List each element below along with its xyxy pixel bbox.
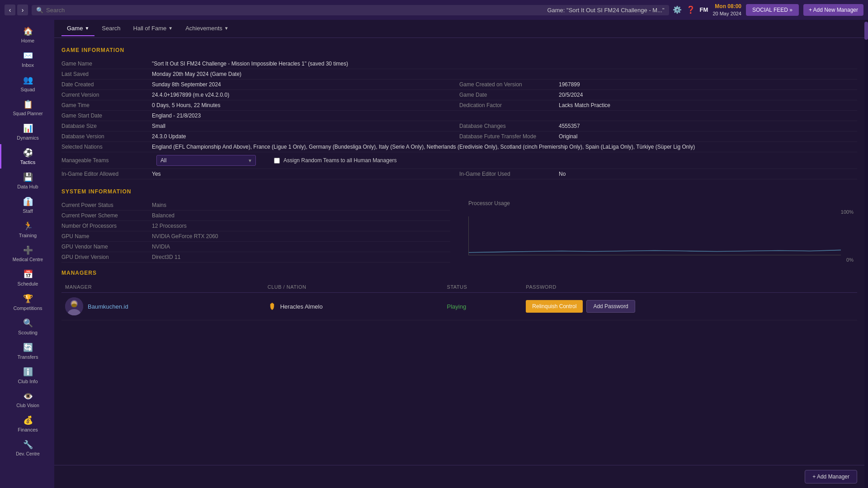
gpu-name-row: GPU Name NVIDIA GeForce RTX 2060 [61, 231, 450, 242]
sidebar-item-squad[interactable]: 👥 Squad [0, 71, 54, 96]
game-title: Game: "Sort It Out SI FM24 Challenge - M… [547, 7, 664, 14]
manageable-teams-select-wrapper: All [156, 155, 256, 166]
power-status-value: Mains [152, 202, 166, 208]
processor-chart: 100% 0% [468, 209, 857, 263]
empty-row-1 [459, 111, 857, 121]
dev-centre-icon: 🔧 [23, 440, 33, 450]
current-version-value: 24.4.0+1967899 (m.e v24.2.0.0) [152, 92, 229, 98]
competitions-icon: 🏆 [23, 294, 33, 304]
sidebar-item-training[interactable]: 🏃 Training [0, 217, 54, 242]
sidebar-item-scouting[interactable]: 🔍 Scouting [0, 314, 54, 339]
dedication-factor-label: Dedication Factor [459, 102, 559, 108]
manageable-teams-select[interactable]: All [156, 155, 256, 166]
power-scheme-label: Current Power Scheme [61, 212, 152, 219]
sidebar-item-club-vision[interactable]: 👁️ Club Vision [0, 388, 54, 412]
sidebar-label-competitions: Competitions [13, 305, 42, 311]
club-cell-inner: Heracles Almelo [268, 302, 440, 311]
sidebar-label-squad: Squad [21, 87, 35, 92]
sidebar-item-home[interactable]: 🏠 Home [0, 23, 54, 47]
game-start-date-value: England - 21/8/2023 [152, 113, 201, 119]
sidebar-item-transfers[interactable]: 🔄 Transfers [0, 339, 54, 363]
sidebar-item-squad-planner[interactable]: 📋 Squad Planner [0, 96, 54, 120]
managers-section: MANAGERS MANAGER CLUB / NATION STATUS PA… [61, 270, 857, 320]
search-box: 🔍 Game: "Sort It Out SI FM24 Challenge -… [32, 5, 669, 15]
game-created-version-value: 1967899 [559, 81, 580, 88]
tab-hall-of-fame[interactable]: Hall of Fame ▼ [128, 21, 179, 36]
relinquish-control-button[interactable]: Relinquish Control [526, 300, 583, 313]
game-created-version-label: Game Created on Version [459, 81, 559, 88]
training-icon: 🏃 [23, 221, 33, 231]
db-future-transfer-row: Database Future Transfer Mode Original [459, 131, 857, 142]
finances-icon: 💰 [23, 415, 33, 425]
tab-hall-of-fame-label: Hall of Fame [133, 25, 167, 32]
add-new-manager-button[interactable]: + Add New Manager [803, 4, 863, 16]
gpu-driver-label: GPU Driver Version [61, 254, 152, 260]
sidebar-item-medical[interactable]: ➕ Medical Centre [0, 242, 54, 266]
scroll-content[interactable]: GAME INFORMATION Game Name "Sort It Out … [54, 38, 864, 465]
num-processors-value: 12 Processors [152, 223, 187, 229]
tab-game-chevron: ▼ [85, 26, 89, 31]
tab-game-label: Game [67, 25, 83, 32]
db-size-label: Database Size [61, 123, 152, 129]
sidebar-label-dev-centre: Dev. Centre [16, 451, 40, 456]
system-info-header: SYSTEM INFORMATION [61, 188, 857, 195]
game-name-row: Game Name "Sort It Out SI FM24 Challenge… [61, 59, 857, 69]
processor-usage-section: Processor Usage 100% 0% [468, 200, 857, 263]
sidebar-item-schedule[interactable]: 📅 Schedule [0, 266, 54, 290]
sidebar-label-inbox: Inbox [22, 62, 34, 68]
svg-point-4 [71, 304, 77, 307]
chart-area [468, 216, 841, 255]
sidebar-item-dev-centre[interactable]: 🔧 Dev. Centre [0, 436, 54, 460]
sidebar-label-training: Training [19, 233, 37, 238]
selected-nations-label: Selected Nations [61, 144, 152, 150]
sidebar-label-transfers: Transfers [17, 354, 38, 360]
search-input[interactable] [46, 7, 544, 14]
sidebar-item-tactics[interactable]: ⚽ Tactics [0, 144, 54, 169]
club-name: Heracles Almelo [280, 303, 323, 310]
sidebar-label-medical: Medical Centre [13, 257, 43, 262]
sidebar-item-inbox[interactable]: ✉️ Inbox [0, 47, 54, 71]
col-status: STATUS [443, 282, 523, 293]
back-button[interactable]: ‹ [5, 5, 15, 15]
date-created-value: Sunday 8th September 2024 [152, 81, 221, 88]
sidebar-label-club-info: Club Info [18, 379, 38, 384]
forward-button[interactable]: › [17, 5, 28, 15]
main-layout: 🏠 Home ✉️ Inbox 👥 Squad 📋 Squad Planner … [0, 20, 868, 488]
tactics-icon: ⚽ [23, 148, 33, 158]
chart-top-label: 100% [841, 209, 854, 215]
social-feed-button[interactable]: SOCIAL FEED » [746, 4, 799, 16]
search-icon: 🔍 [36, 7, 43, 14]
game-created-version-row: Game Created on Version 1967899 [459, 80, 857, 90]
managers-table: MANAGER CLUB / NATION STATUS PASSWORD [61, 282, 857, 320]
sidebar-item-competitions[interactable]: 🏆 Competitions [0, 290, 54, 314]
chart-svg [469, 216, 841, 255]
sidebar-item-finances[interactable]: 💰 Finances [0, 412, 54, 436]
right-scrollbar[interactable] [864, 20, 868, 488]
add-password-button[interactable]: Add Password [586, 300, 635, 313]
manageable-teams-row: Manageable Teams All Assign Random Teams… [61, 152, 857, 169]
fm-badge: FM [700, 6, 708, 13]
current-version-label: Current Version [61, 92, 152, 98]
game-date-value: 20/5/2024 [559, 92, 583, 98]
tab-game[interactable]: Game ▼ [61, 21, 94, 36]
db-size-value: Small [152, 123, 165, 129]
assign-random-checkbox[interactable] [274, 158, 280, 164]
sidebar-item-data-hub[interactable]: 💾 Data Hub [0, 169, 54, 193]
squad-planner-icon: 📋 [23, 99, 33, 109]
sidebar-label-staff: Staff [23, 208, 33, 214]
db-future-transfer-value: Original [559, 133, 577, 140]
sidebar-label-tactics: Tactics [20, 160, 36, 165]
help-icon[interactable]: ⚙️ [673, 5, 682, 14]
game-name-label: Game Name [61, 61, 152, 67]
sidebar-label-home: Home [21, 38, 34, 43]
sidebar-item-club-info[interactable]: ℹ️ Club Info [0, 363, 54, 388]
sidebar-item-dynamics[interactable]: 📊 Dynamics [0, 120, 54, 144]
question-icon[interactable]: ❓ [686, 5, 695, 14]
scrollbar-thumb[interactable] [864, 22, 868, 40]
db-changes-value: 4555357 [559, 123, 580, 129]
add-manager-bottom-button[interactable]: + Add Manager [805, 470, 857, 483]
tab-achievements[interactable]: Achievements ▼ [180, 21, 234, 36]
tab-search[interactable]: Search [96, 21, 126, 36]
manager-cell-inner: Baumkuchen.id [65, 297, 260, 315]
sidebar-item-staff[interactable]: 👔 Staff [0, 193, 54, 217]
